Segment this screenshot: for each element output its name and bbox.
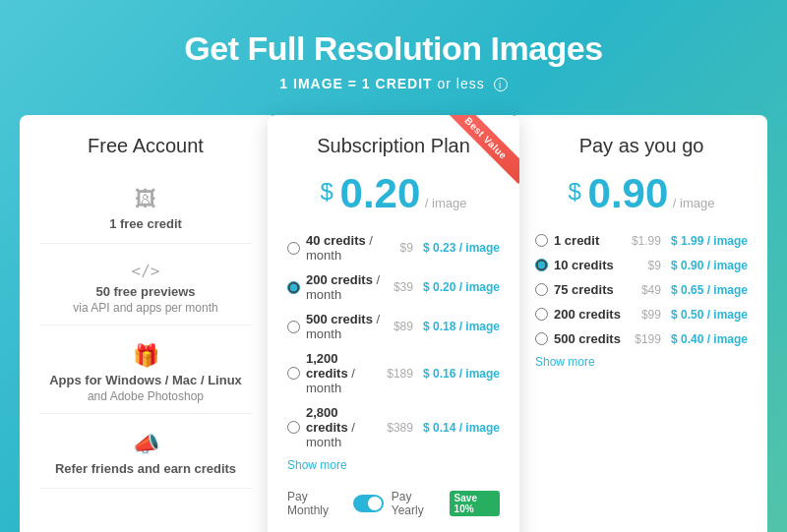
pg-base-1: $1.99 — [632, 234, 661, 248]
previews-label: 50 free previews — [39, 284, 252, 299]
pg-base-5: $199 — [635, 332, 661, 346]
sub-base-3: $89 — [394, 320, 413, 333]
sub-show-more[interactable]: Show more — [287, 458, 500, 472]
sub-base-5: $389 — [387, 421, 413, 435]
pg-price-1: $ 1.99 / image — [671, 234, 748, 248]
free-feature-credits: 🖼 1 free credit — [39, 169, 252, 244]
sub-option-1: 40 credits / month $9 $ 0.23 / image — [287, 228, 500, 267]
sub-label-4: 1,200 credits / month — [306, 351, 381, 395]
sub-option-4: 1,200 credits / month $189 $ 0.16 / imag… — [287, 346, 500, 400]
sub-price-1: $ 0.23 / image — [423, 241, 500, 255]
paygo-card: Pay as you go $ 0.90 / image 1 credit $1… — [515, 115, 767, 532]
sub-radio-4[interactable] — [287, 367, 300, 380]
free-credits-label: 1 free credit — [39, 216, 252, 231]
sub-option-5: 2,800 credits / month $389 $ 0.14 / imag… — [287, 400, 500, 454]
paygo-card-title: Pay as you go — [535, 135, 748, 157]
pg-radio-5[interactable] — [535, 332, 548, 345]
refer-icon: 📣 — [39, 432, 252, 457]
subscription-options: 40 credits / month $9 $ 0.23 / image 200… — [287, 228, 500, 454]
pg-option-2: 10 credits $9 $ 0.90 / image — [535, 253, 748, 277]
pg-show-more[interactable]: Show more — [535, 355, 748, 369]
pg-option-5: 500 credits $199 $ 0.40 / image — [535, 326, 748, 351]
sub-label-2: 200 credits / month — [306, 272, 388, 302]
free-feature-previews: </> 50 free previews via API and apps pe… — [39, 244, 252, 325]
page-header: Get Full Resolution Images 1 IMAGE = 1 C… — [184, 30, 602, 91]
pg-price-5: $ 0.40 / image — [671, 332, 748, 346]
pg-label-4: 200 credits — [554, 307, 636, 322]
sub-price-3: $ 0.18 / image — [423, 320, 500, 333]
page-title: Get Full Resolution Images — [184, 30, 602, 68]
pg-price-3: $ 0.65 / image — [671, 283, 748, 297]
pg-radio-1[interactable] — [535, 234, 548, 247]
previews-desc: via API and apps per month — [39, 301, 252, 315]
pg-base-4: $99 — [641, 308, 661, 322]
sub-base-1: $9 — [400, 241, 413, 255]
free-card: Free Account 🖼 1 free credit </> 50 free… — [20, 115, 272, 532]
sub-price-2: $ 0.20 / image — [423, 280, 500, 294]
pg-radio-2[interactable] — [535, 259, 548, 271]
pg-label-3: 75 credits — [554, 282, 636, 297]
sub-radio-5[interactable] — [287, 421, 300, 434]
free-feature-refer: 📣 Refer friends and earn credits — [39, 414, 252, 489]
apps-desc: and Adobe Photoshop — [39, 389, 252, 403]
sub-price-4: $ 0.16 / image — [423, 367, 500, 381]
pay-yearly-label: Pay Yearly — [392, 490, 442, 517]
pg-label-5: 500 credits — [554, 331, 629, 346]
pricing-cards: Free Account 🖼 1 free credit </> 50 free… — [20, 115, 767, 532]
sub-label-1: 40 credits / month — [306, 233, 394, 263]
billing-toggle-switch[interactable] — [353, 495, 384, 512]
sub-base-2: $39 — [394, 280, 413, 294]
sub-radio-3[interactable] — [287, 321, 300, 333]
apps-icon: 🎁 — [39, 343, 252, 369]
subscription-card: Best Value Subscription Plan $ 0.20 / im… — [268, 115, 519, 532]
pg-base-2: $9 — [648, 259, 661, 272]
paygo-price: $ 0.90 / image — [535, 173, 748, 214]
pg-option-1: 1 credit $1.99 $ 1.99 / image — [535, 228, 748, 253]
pg-option-4: 200 credits $99 $ 0.50 / image — [535, 302, 748, 326]
info-icon[interactable]: i — [494, 78, 508, 91]
image-icon: 🖼 — [39, 187, 252, 212]
sub-label-5: 2,800 credits / month — [306, 405, 381, 449]
sub-radio-1[interactable] — [287, 242, 300, 255]
paygo-currency: $ — [569, 178, 588, 205]
subscription-card-title: Subscription Plan — [287, 135, 500, 157]
sub-label-3: 500 credits / month — [306, 312, 388, 341]
pay-monthly-label: Pay Monthly — [287, 490, 345, 517]
code-icon: </> — [39, 262, 252, 280]
subscription-price: $ 0.20 / image — [287, 173, 500, 214]
pg-price-2: $ 0.90 / image — [671, 259, 748, 272]
paygo-per: / image — [673, 196, 715, 210]
save-badge: Save 10% — [450, 491, 500, 516]
pg-base-3: $49 — [641, 283, 661, 297]
pg-label-2: 10 credits — [554, 258, 642, 272]
free-card-title: Free Account — [39, 135, 252, 157]
refer-label: Refer friends and earn credits — [39, 461, 252, 476]
paygo-amount: 0.90 — [588, 170, 669, 216]
sub-option-2: 200 credits / month $39 $ 0.20 / image — [287, 267, 500, 307]
sub-radio-2[interactable] — [287, 281, 300, 294]
pg-option-3: 75 credits $49 $ 0.65 / image — [535, 277, 748, 302]
pg-radio-4[interactable] — [535, 308, 548, 321]
sub-price-5: $ 0.14 / image — [423, 421, 500, 435]
free-feature-apps: 🎁 Apps for Windows / Mac / Linux and Ado… — [39, 325, 252, 414]
pg-price-4: $ 0.50 / image — [671, 308, 748, 322]
sub-base-4: $189 — [387, 367, 413, 381]
sub-option-3: 500 credits / month $89 $ 0.18 / image — [287, 307, 500, 346]
pg-label-1: 1 credit — [554, 233, 626, 248]
pg-radio-3[interactable] — [535, 283, 548, 296]
subscription-per: / image — [425, 196, 467, 210]
paygo-options: 1 credit $1.99 $ 1.99 / image 10 credits… — [535, 228, 748, 351]
subtitle: 1 IMAGE = 1 CREDIT or less i — [184, 76, 602, 91]
subscription-amount: 0.20 — [340, 170, 421, 216]
subscription-currency: $ — [321, 178, 340, 205]
apps-label: Apps for Windows / Mac / Linux — [39, 373, 252, 387]
billing-toggle: Pay Monthly Pay Yearly Save 10% — [287, 490, 500, 517]
